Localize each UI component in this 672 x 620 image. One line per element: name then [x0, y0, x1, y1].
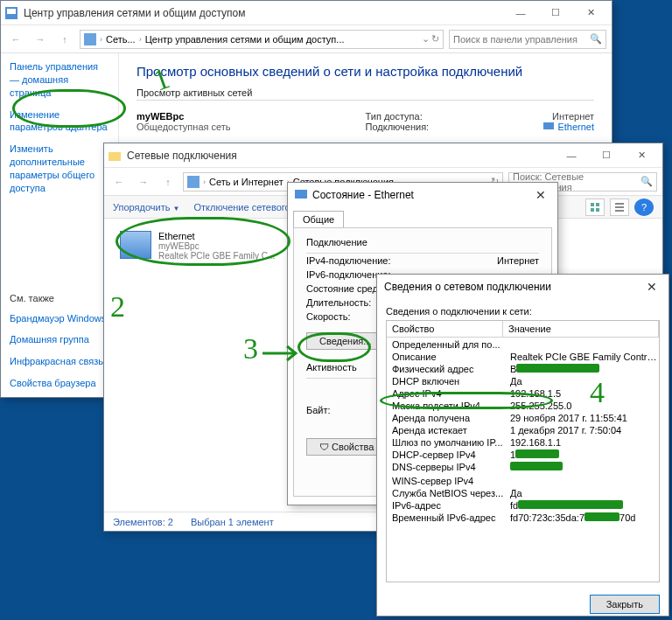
- connection-link-ethernet[interactable]: Ethernet: [557, 122, 594, 132]
- dialog-title: Сведения о сетевом подключении: [384, 281, 551, 293]
- column-value[interactable]: Значение: [503, 321, 659, 337]
- back-button[interactable]: ←: [6, 30, 25, 49]
- close-button[interactable]: ✕: [531, 188, 550, 202]
- svg-rect-12: [615, 210, 624, 212]
- connection-group-label: Подключение: [306, 237, 539, 247]
- crumb-segment[interactable]: Сеть...: [106, 34, 136, 45]
- forward-button[interactable]: →: [134, 172, 153, 192]
- property-value: [510, 476, 659, 486]
- adapter-device: Realtek PCIe GBE Family C...: [158, 251, 275, 261]
- properties-button[interactable]: 🛡 Свойства: [306, 438, 387, 456]
- minimize-button[interactable]: —: [503, 2, 538, 24]
- property-row[interactable]: Физический адресB: [387, 363, 659, 375]
- refresh-icon[interactable]: ↻: [431, 33, 439, 45]
- sidebar-link-home[interactable]: Панель управления — домашняя страница: [10, 60, 109, 100]
- media-state-label: Состояние среды:: [306, 283, 388, 294]
- property-row[interactable]: Временный IPv6-адресfd70:723c:35da:770d: [387, 512, 659, 524]
- network-center-icon: [4, 6, 18, 20]
- organize-menu[interactable]: Упорядочить ▼: [113, 202, 179, 212]
- property-key: WINS-сервер IPv4: [392, 476, 510, 486]
- crumb-segment[interactable]: Центр управления сетями и общим доступ..…: [145, 34, 345, 45]
- search-input[interactable]: Поиск в панели управления 🔍: [449, 30, 606, 49]
- property-value: 29 ноября 2017 г. 11:55:41: [510, 413, 659, 423]
- sidebar-seealso-label: См. также: [10, 293, 109, 303]
- property-value: B: [510, 364, 659, 374]
- details-button[interactable]: Сведения...: [306, 332, 384, 350]
- property-row[interactable]: ОписаниеRealtek PCIe GBE Family Controll…: [387, 351, 659, 363]
- adapter-icon: [120, 231, 151, 259]
- help-button[interactable]: ?: [634, 199, 654, 216]
- property-key: Маска подсети IPv4: [392, 401, 510, 411]
- access-type-label: Тип доступа:: [366, 111, 423, 122]
- sidebar-link-advanced-sharing[interactable]: Изменить дополнительные параметры общего…: [10, 143, 109, 194]
- property-value: 1 декабря 2017 г. 7:50:04: [510, 425, 659, 435]
- property-value: fd: [510, 500, 659, 511]
- adapter-item-ethernet[interactable]: Ethernet myWEBpc Realtek PCIe GBE Family…: [116, 227, 291, 264]
- property-key: DNS-серверы IPv4: [392, 462, 510, 472]
- search-icon: 🔍: [590, 33, 602, 45]
- status-selection: Выбран 1 элемент: [191, 517, 274, 527]
- property-key: DHCP-сервер IPv4: [392, 449, 510, 460]
- titlebar: Сетевые подключения — ☐ ✕: [104, 143, 662, 168]
- adapter-name: Ethernet: [158, 231, 275, 241]
- sidebar-link-browser-props[interactable]: Свойства браузера: [10, 377, 109, 390]
- view-icons-button[interactable]: [585, 199, 605, 216]
- connections-label: Подключения:: [366, 122, 430, 132]
- property-row[interactable]: Аренда истекает1 декабря 2017 г. 7:50:04: [387, 424, 659, 436]
- property-key: Описание: [392, 352, 510, 362]
- chevron-down-icon[interactable]: ⌄: [422, 33, 430, 45]
- sidebar-link-infrared[interactable]: Инфракрасная связь: [10, 355, 109, 368]
- control-panel-icon: [187, 176, 200, 188]
- property-row[interactable]: Шлюз по умолчанию IP...192.168.1.1: [387, 436, 659, 449]
- close-button[interactable]: ✕: [573, 2, 608, 24]
- property-key: Адрес IPv4: [392, 388, 510, 399]
- svg-rect-5: [187, 176, 200, 188]
- property-row[interactable]: DHCP-сервер IPv41: [387, 449, 659, 461]
- property-value: 192.168.1.5: [510, 388, 659, 399]
- up-button[interactable]: ↑: [158, 172, 178, 192]
- svg-rect-8: [591, 208, 594, 212]
- sidebar-link-homegroup[interactable]: Домашняя группа: [10, 333, 109, 346]
- property-row[interactable]: Адрес IPv4192.168.1.5: [387, 387, 659, 400]
- property-row[interactable]: Аренда получена29 ноября 2017 г. 11:55:4…: [387, 412, 659, 424]
- dialog-title: Состояние - Ethernet: [312, 189, 414, 201]
- connection-details-dialog: Сведения о сетевом подключении ✕ Сведени…: [376, 274, 669, 617]
- page-heading: Просмотр основных сведений о сети и наст…: [136, 64, 594, 79]
- svg-rect-10: [615, 203, 624, 205]
- sidebar-link-firewall[interactable]: Брандмауэр Windows: [10, 312, 109, 325]
- dialog-titlebar: Сведения о сетевом подключении ✕: [377, 275, 668, 299]
- network-type: Общедоступная сеть: [136, 122, 366, 132]
- control-panel-icon: [84, 33, 96, 45]
- crumb-segment[interactable]: Сеть и Интернет: [209, 177, 284, 187]
- close-button[interactable]: ✕: [624, 144, 659, 167]
- property-row[interactable]: DNS-серверы IPv4: [387, 461, 659, 473]
- back-button[interactable]: ←: [109, 172, 129, 192]
- property-row[interactable]: Определенный для по...: [387, 338, 659, 351]
- property-row[interactable]: DHCP включенДа: [387, 375, 659, 387]
- window-title: Сетевые подключения: [127, 150, 554, 162]
- up-button[interactable]: ↑: [55, 30, 74, 49]
- property-value: Realtek PCIe GBE Family Controller: [510, 352, 659, 362]
- close-dialog-button[interactable]: Закрыть: [590, 595, 660, 614]
- property-row[interactable]: IPv6-адресfd: [387, 499, 659, 512]
- breadcrumb[interactable]: › Сеть... › Центр управления сетями и об…: [80, 30, 444, 49]
- property-value: Да: [510, 488, 659, 498]
- property-value: [510, 339, 659, 350]
- column-property[interactable]: Свойство: [387, 321, 503, 337]
- duration-label: Длительность:: [306, 297, 371, 308]
- property-row[interactable]: WINS-сервер IPv4: [387, 475, 659, 487]
- forward-button[interactable]: →: [31, 30, 50, 49]
- maximize-button[interactable]: ☐: [589, 144, 624, 167]
- sidebar-link-adapter-settings[interactable]: Изменение параметров адаптера: [10, 108, 109, 135]
- bytes-label: Байт:: [306, 405, 331, 415]
- property-row[interactable]: Маска подсети IPv4255.255.255.0: [387, 400, 659, 412]
- dialog-titlebar: Состояние - Ethernet ✕: [288, 183, 557, 207]
- network-name: myWEBpc: [136, 111, 366, 122]
- maximize-button[interactable]: ☐: [538, 2, 573, 24]
- property-row[interactable]: Служба NetBIOS через...Да: [387, 487, 659, 499]
- close-button[interactable]: ✕: [642, 280, 662, 294]
- minimize-button[interactable]: —: [554, 144, 589, 167]
- tab-general[interactable]: Общие: [293, 211, 344, 227]
- view-details-button[interactable]: [610, 199, 629, 216]
- ethernet-icon: [543, 122, 554, 131]
